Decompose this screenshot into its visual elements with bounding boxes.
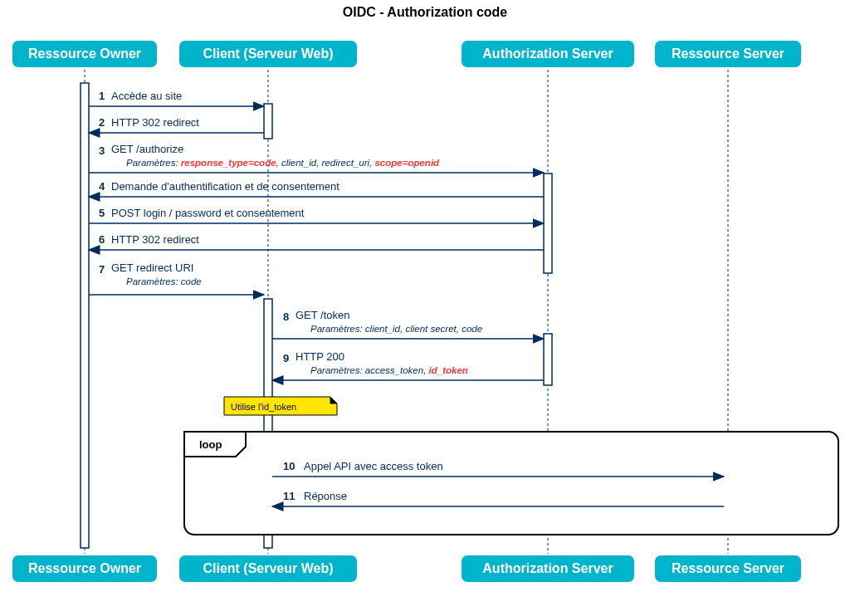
svg-text:Accède au site: Accède au site bbox=[111, 90, 182, 102]
svg-text:Paramètres: access_token, id_t: Paramètres: access_token, id_token bbox=[310, 365, 468, 375]
svg-text:POST login / password et conse: POST login / password et consentement bbox=[111, 207, 305, 219]
participant-client-bottom: Client (Serveur Web) bbox=[178, 555, 358, 583]
svg-text:Paramètres: code: Paramètres: code bbox=[126, 276, 202, 286]
participant-ressource-owner-top: Ressource Owner bbox=[12, 40, 158, 68]
participant-ressource-server-top: Ressource Server bbox=[654, 40, 802, 68]
svg-text:HTTP 302 redirect: HTTP 302 redirect bbox=[111, 116, 199, 129]
svg-text:8: 8 bbox=[283, 310, 289, 323]
msg-2: 2 HTTP 302 redirect bbox=[89, 116, 264, 133]
svg-text:Utilise l'id_token: Utilise l'id_token bbox=[231, 402, 296, 412]
svg-rect-40 bbox=[184, 432, 838, 535]
svg-text:6: 6 bbox=[99, 233, 105, 246]
svg-text:Ressource Owner: Ressource Owner bbox=[28, 46, 141, 61]
msg-5: 5 POST login / password et consentement bbox=[89, 207, 544, 223]
svg-text:4: 4 bbox=[99, 180, 105, 193]
msg-7: 7 GET redirect URI Paramètres: code bbox=[89, 262, 264, 295]
svg-text:Paramètres: client_id, client : Paramètres: client_id, client secret, co… bbox=[310, 324, 482, 334]
svg-text:GET /authorize: GET /authorize bbox=[111, 143, 183, 155]
svg-text:Ressource Owner: Ressource Owner bbox=[28, 561, 141, 575]
svg-text:HTTP 200: HTTP 200 bbox=[296, 350, 344, 363]
sequence-diagram: OIDC - Authorization code Ressource Owne… bbox=[0, 0, 850, 616]
activation-auth-server-2 bbox=[544, 334, 552, 385]
svg-text:11: 11 bbox=[283, 490, 295, 502]
svg-text:Authorization Server: Authorization Server bbox=[482, 561, 613, 575]
svg-text:Ressource Server: Ressource Server bbox=[672, 561, 784, 575]
msg-8: 8 GET /token Paramètres: client_id, clie… bbox=[272, 309, 544, 339]
svg-text:9: 9 bbox=[283, 352, 289, 364]
svg-text:Client (Serveur Web): Client (Serveur Web) bbox=[203, 46, 333, 61]
msg-6: 6 HTTP 302 redirect bbox=[89, 233, 544, 250]
svg-text:5: 5 bbox=[99, 207, 105, 219]
svg-text:GET redirect URI: GET redirect URI bbox=[111, 262, 193, 274]
participant-ressource-server-bottom: Ressource Server bbox=[654, 555, 802, 583]
svg-text:1: 1 bbox=[99, 90, 105, 102]
svg-text:Authorization Server: Authorization Server bbox=[482, 46, 613, 61]
loop-fragment: loop bbox=[184, 432, 838, 535]
activation-ressource-owner bbox=[81, 83, 89, 548]
msg-3: 3 GET /authorize Paramètres: response_ty… bbox=[89, 143, 544, 173]
msg-1: 1 Accède au site bbox=[89, 90, 264, 106]
participant-auth-server-top: Authorization Server bbox=[461, 40, 635, 68]
svg-text:HTTP 302 redirect: HTTP 302 redirect bbox=[111, 233, 199, 246]
participant-auth-server-bottom: Authorization Server bbox=[461, 555, 635, 583]
msg-4: 4 Demande d'authentification et de conse… bbox=[89, 180, 544, 197]
svg-text:2: 2 bbox=[99, 116, 105, 129]
participant-ressource-owner-bottom: Ressource Owner bbox=[12, 555, 158, 583]
svg-text:Appel API avec access token: Appel API avec access token bbox=[304, 460, 443, 472]
participant-client-top: Client (Serveur Web) bbox=[178, 40, 358, 68]
note-id-token: Utilise l'id_token bbox=[224, 397, 337, 415]
activation-client-1 bbox=[264, 104, 272, 139]
svg-text:Client (Serveur Web): Client (Serveur Web) bbox=[203, 561, 333, 575]
svg-text:Demande d'authentification et : Demande d'authentification et de consent… bbox=[111, 180, 340, 193]
svg-text:3: 3 bbox=[99, 144, 105, 157]
svg-text:7: 7 bbox=[99, 263, 105, 276]
diagram-title: OIDC - Authorization code bbox=[343, 5, 508, 19]
svg-text:Paramètres: response_type=code: Paramètres: response_type=code, client_i… bbox=[126, 158, 440, 168]
svg-text:GET /token: GET /token bbox=[296, 309, 350, 321]
msg-9: 9 HTTP 200 Paramètres: access_token, id_… bbox=[272, 350, 544, 380]
svg-text:Ressource Server: Ressource Server bbox=[672, 46, 784, 61]
activation-auth-server-1 bbox=[544, 174, 552, 273]
svg-text:Réponse: Réponse bbox=[304, 490, 347, 502]
svg-text:loop: loop bbox=[199, 438, 222, 451]
svg-text:10: 10 bbox=[283, 460, 295, 472]
